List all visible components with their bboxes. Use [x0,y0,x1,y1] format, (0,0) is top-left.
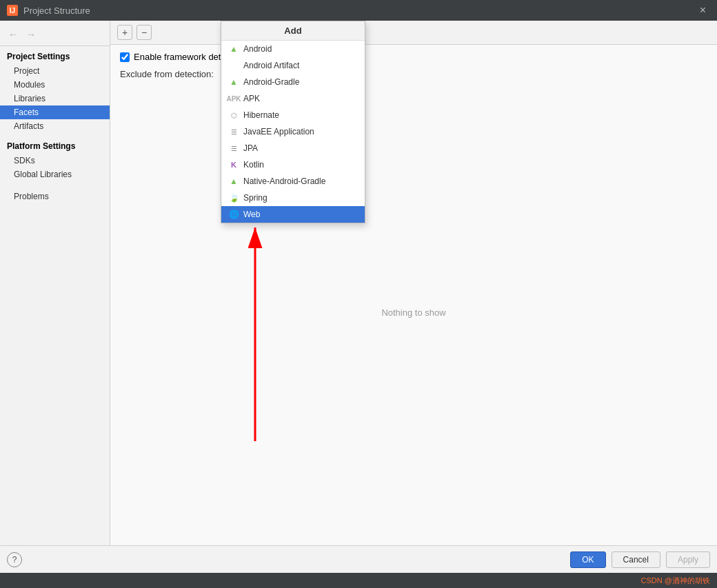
back-button[interactable]: ← [6,28,21,41]
kotlin-icon: K [228,159,239,170]
add-button[interactable]: + [117,25,132,40]
dropdown-item-android-artifact[interactable]: Android Artifact [221,57,365,74]
bottom-right: OK Cancel Apply [570,551,710,568]
enable-framework-checkbox[interactable] [120,52,130,62]
apply-button[interactable]: Apply [666,551,710,568]
right-panel: + − Enable framework detection Exclude f… [110,21,717,545]
platform-settings-header: Platform Settings [0,139,110,154]
sidebar-item-global-libraries[interactable]: Global Libraries [0,168,110,181]
add-dropdown: Add ▲ Android Android Artifact ▲ Android… [221,21,365,223]
nothing-to-show: Nothing to show [120,86,707,538]
sidebar-item-facets[interactable]: Facets [0,105,110,119]
dropdown-item-kotlin[interactable]: K Kotlin [221,156,365,173]
dropdown-item-native-android[interactable]: ▲ Native-Android-Gradle [221,173,365,190]
sidebar-item-libraries[interactable]: Libraries [0,92,110,105]
sidebar: ← → Project Settings Project Modules Lib… [0,21,110,545]
sidebar-item-sdks[interactable]: SDKs [0,154,110,168]
dropdown-item-web[interactable]: 🌐 Web [221,206,365,223]
web-icon: 🌐 [228,209,239,220]
android-gradle-icon: ▲ [228,77,239,88]
nav-toolbar: ← → [0,26,110,46]
main-content: ← → Project Settings Project Modules Lib… [0,21,717,545]
sidebar-item-project[interactable]: Project [0,64,110,78]
dropdown-item-android[interactable]: ▲ Android [221,41,365,57]
app-icon: IJ [7,5,18,16]
spring-icon: 🍃 [228,192,239,203]
status-right: CSDN @酒神的胡铁 [641,576,710,586]
window-title: Project Structure [23,6,90,16]
apk-icon: APK [228,93,239,104]
exclude-label: Exclude from detection: [120,68,707,81]
native-android-icon: ▲ [228,176,239,187]
project-settings-header: Project Settings [0,49,110,64]
dropdown-header: Add [221,21,365,41]
remove-button[interactable]: − [137,25,152,40]
panel-content: Enable framework detection Exclude from … [110,45,717,545]
ok-button[interactable]: OK [570,551,605,568]
android-icon: ▲ [228,43,239,54]
panel-toolbar: + − [110,21,717,45]
dropdown-item-hibernate[interactable]: ⬡ Hibernate [221,107,365,123]
dropdown-item-android-gradle[interactable]: ▲ Android-Gradle [221,74,365,90]
jpa-icon: ☰ [228,143,239,154]
cancel-button[interactable]: Cancel [612,551,660,568]
close-button[interactable]: × [696,3,710,18]
dropdown-item-javaee[interactable]: ☰ JavaEE Application [221,123,365,140]
status-bar: CSDN @酒神的胡铁 [0,573,717,588]
javaee-icon: ☰ [228,126,239,137]
project-structure-window: IJ Project Structure × ← → Project Setti… [0,0,717,588]
dropdown-item-apk[interactable]: APK APK [221,90,365,107]
bottom-bar: ? OK Cancel Apply [0,545,717,573]
title-bar: IJ Project Structure × [0,0,717,21]
enable-framework-row: Enable framework detection [120,52,707,62]
bottom-left: ? [7,552,22,567]
help-button[interactable]: ? [7,552,22,567]
dropdown-item-jpa[interactable]: ☰ JPA [221,140,365,156]
sidebar-item-artifacts[interactable]: Artifacts [0,119,110,133]
sidebar-item-modules[interactable]: Modules [0,78,110,92]
android-artifact-icon [228,60,239,71]
hibernate-icon: ⬡ [228,110,239,121]
sidebar-item-problems[interactable]: Problems [0,190,110,203]
title-bar-left: IJ Project Structure [7,5,90,16]
dropdown-item-spring[interactable]: 🍃 Spring [221,190,365,206]
forward-button[interactable]: → [23,28,39,41]
